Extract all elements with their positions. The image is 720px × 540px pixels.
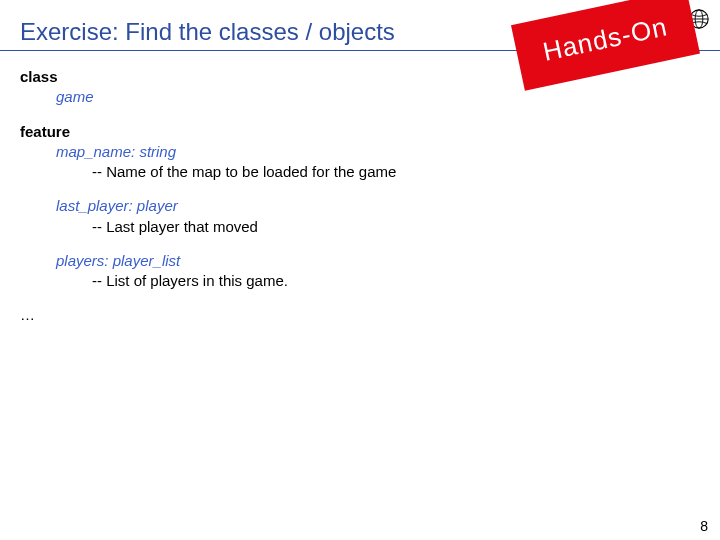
attr2-comment: -- Last player that moved bbox=[20, 217, 720, 237]
attr1-comment: -- Name of the map to be loaded for the … bbox=[20, 162, 720, 182]
class-name: game bbox=[20, 87, 720, 107]
page-number: 8 bbox=[700, 518, 708, 534]
keyword-class: class bbox=[20, 68, 58, 85]
code-block: class game feature map_name: string -- N… bbox=[0, 61, 720, 326]
attr1-declaration: map_name: string bbox=[20, 142, 720, 162]
attr2-declaration: last_player: player bbox=[20, 196, 720, 216]
attr3-comment: -- List of players in this game. bbox=[20, 271, 720, 291]
keyword-feature: feature bbox=[20, 123, 70, 140]
ellipsis: … bbox=[20, 306, 35, 323]
attr3-declaration: players: player_list bbox=[20, 251, 720, 271]
